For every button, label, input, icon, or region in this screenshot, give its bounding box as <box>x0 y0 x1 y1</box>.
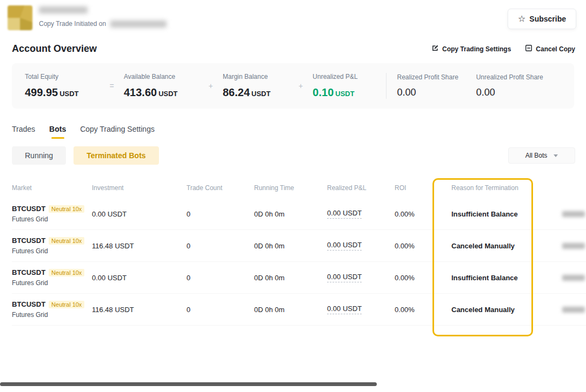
realized-pnl-value[interactable]: 0.00 USDT <box>327 209 362 219</box>
minus-square-icon <box>525 44 532 53</box>
tab-copy-trading-settings[interactable]: Copy Trading Settings <box>80 125 155 139</box>
leverage-badge: Neutral 10x <box>49 301 84 308</box>
stats-divider <box>386 73 387 99</box>
realized-pnl-value[interactable]: 0.00 USDT <box>327 305 362 314</box>
plus-operator: + <box>289 82 312 90</box>
trader-name-redacted <box>39 6 88 13</box>
investment-cell: 0.00 USDT <box>92 210 187 218</box>
all-bots-dropdown[interactable]: All Bots <box>508 147 575 164</box>
running-filter-button[interactable]: Running <box>12 146 66 165</box>
initiated-date-redacted <box>110 21 167 28</box>
realized-pnl-cell: 0.00 USDT <box>327 273 395 282</box>
realized-profit-share-label: Realized Profit Share <box>397 73 476 81</box>
leverage-badge: Neutral 10x <box>49 269 84 276</box>
market-symbol: BTCUSDT <box>12 205 45 213</box>
table-row: BTCUSDTNeutral 10x Futures Grid 0.00 USD… <box>12 262 586 294</box>
col-realized-pnl: Realized P&L <box>327 184 395 192</box>
top-bar: Copy Trade Initiated on ☆ Subscribe <box>0 0 586 30</box>
stat-unrealized-pnl: Unrealized P&L 0.10USDT <box>312 73 371 99</box>
action-redacted <box>562 211 585 217</box>
table-row: BTCUSDTNeutral 10x Futures Grid 0.00 USD… <box>12 198 586 230</box>
bot-type: Futures Grid <box>12 215 86 223</box>
realized-pnl-value[interactable]: 0.00 USDT <box>327 273 362 282</box>
running-time-cell: 0D 0h 0m <box>254 242 327 250</box>
col-running-time: Running Time <box>254 184 327 192</box>
running-time-cell: 0D 0h 0m <box>254 210 327 218</box>
bot-type: Futures Grid <box>12 247 86 255</box>
col-investment: Investment <box>92 184 187 192</box>
unrealized-profit-share-value: 0.00 <box>476 87 561 98</box>
overview-header: Account Overview Copy Trading Settings C… <box>12 43 575 55</box>
leverage-badge: Neutral 10x <box>49 205 84 213</box>
margin-balance-label: Margin Balance <box>223 73 289 80</box>
realized-pnl-value[interactable]: 0.00 USDT <box>327 241 362 251</box>
realized-pnl-cell: 0.00 USDT <box>327 209 395 219</box>
subscribe-button[interactable]: ☆ Subscribe <box>508 9 576 29</box>
tab-bots[interactable]: Bots <box>49 125 66 139</box>
stat-margin-balance: Margin Balance 86.24USDT <box>223 73 289 99</box>
action-redacted <box>562 275 585 281</box>
total-equity-label: Total Equity <box>25 73 100 80</box>
market-symbol: BTCUSDT <box>12 300 45 308</box>
horizontal-scrollbar[interactable] <box>0 382 377 386</box>
col-market: Market <box>12 184 92 192</box>
action-cell[interactable] <box>562 307 586 313</box>
market-symbol: BTCUSDT <box>12 268 45 276</box>
termination-reason-cell: Insufficient Balance <box>451 274 562 282</box>
trade-count-cell: 0 <box>187 242 254 250</box>
table-header: Market Investment Trade Count Running Ti… <box>12 178 586 198</box>
copy-trading-settings-link[interactable]: Copy Trading Settings <box>431 44 511 53</box>
cancel-copy-label: Cancel Copy <box>536 45 575 53</box>
unrealized-pnl-value: 0.10USDT <box>312 86 371 99</box>
stat-realized-profit-share: Realized Profit Share 0.00 <box>397 73 476 98</box>
col-trade-count: Trade Count <box>187 184 254 192</box>
roi-cell: 0.00% <box>395 210 451 218</box>
trader-profile: Copy Trade Initiated on <box>8 5 167 30</box>
terminated-bots-filter-button[interactable]: Terminated Bots <box>74 146 158 165</box>
trader-info: Copy Trade Initiated on <box>39 5 167 30</box>
termination-reason-cell: Canceled Manually <box>451 242 562 250</box>
trade-count-cell: 0 <box>187 210 254 218</box>
stat-total-equity: Total Equity 499.95USDT <box>25 73 100 99</box>
running-time-cell: 0D 0h 0m <box>254 306 327 314</box>
market-cell: BTCUSDTNeutral 10x Futures Grid <box>12 236 92 255</box>
realized-pnl-cell: 0.00 USDT <box>327 241 395 251</box>
overview-actions: Copy Trading Settings Cancel Copy <box>431 44 575 53</box>
star-icon: ☆ <box>518 15 525 23</box>
available-balance-label: Available Balance <box>124 73 199 80</box>
page-title: Account Overview <box>12 43 97 55</box>
col-reason: Reason for Termination <box>451 184 562 192</box>
unrealized-profit-share-label: Unrealized Profit Share <box>476 73 561 81</box>
investment-cell: 0.00 USDT <box>92 274 187 282</box>
edit-icon <box>431 44 439 53</box>
stat-unrealized-profit-share: Unrealized Profit Share 0.00 <box>476 73 561 98</box>
investment-cell: 116.48 USDT <box>92 242 187 250</box>
trader-avatar <box>8 5 32 30</box>
copy-trade-initiated: Copy Trade Initiated on <box>39 20 167 28</box>
market-cell: BTCUSDTNeutral 10x Futures Grid <box>12 268 92 287</box>
tab-trades[interactable]: Trades <box>12 125 35 139</box>
plus-operator: + <box>199 82 223 90</box>
subscribe-label: Subscribe <box>529 15 566 23</box>
realized-profit-share-value: 0.00 <box>397 87 476 98</box>
realized-pnl-cell: 0.00 USDT <box>327 305 395 314</box>
bot-type: Futures Grid <box>12 279 86 287</box>
bots-filter-row: Running Terminated Bots All Bots <box>12 146 575 165</box>
margin-balance-value: 86.24USDT <box>223 86 289 99</box>
cancel-copy-link[interactable]: Cancel Copy <box>525 44 575 53</box>
trade-count-cell: 0 <box>187 306 254 314</box>
main-tabs: Trades Bots Copy Trading Settings <box>12 125 574 139</box>
leverage-badge: Neutral 10x <box>49 237 84 245</box>
action-redacted <box>562 243 585 249</box>
termination-reason-cell: Insufficient Balance <box>451 210 562 218</box>
action-cell[interactable] <box>562 243 586 249</box>
roi-cell: 0.00% <box>395 242 451 250</box>
copy-trading-page: Copy Trade Initiated on ☆ Subscribe Acco… <box>0 0 586 392</box>
roi-cell: 0.00% <box>395 306 451 314</box>
trade-count-cell: 0 <box>187 274 254 282</box>
total-equity-value: 499.95USDT <box>25 86 100 99</box>
available-balance-value: 413.60USDT <box>124 86 199 99</box>
all-bots-dropdown-value: All Bots <box>525 152 548 159</box>
action-cell[interactable] <box>562 211 586 217</box>
action-cell[interactable] <box>562 275 586 281</box>
